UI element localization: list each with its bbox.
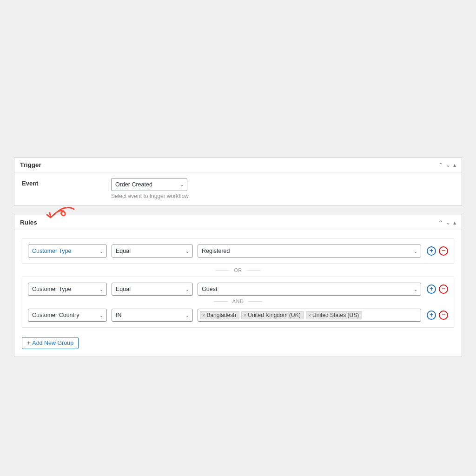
chip-label: Bangladesh: [206, 312, 236, 318]
add-new-group-button[interactable]: + Add New Group: [22, 337, 79, 349]
trigger-panel: Trigger ⌃ ⌄ ▴ Event Order Created ⌄ Sele…: [14, 157, 462, 205]
rule-field-value: Customer Country: [32, 312, 79, 318]
plus-icon: +: [27, 340, 30, 346]
chip-remove-icon[interactable]: ×: [308, 312, 311, 318]
and-label: AND: [232, 298, 244, 304]
rule-value: Registered: [202, 248, 230, 254]
add-new-group-label: Add New Group: [32, 340, 73, 346]
remove-rule-button[interactable]: −: [439, 246, 448, 256]
plus-icon: +: [430, 285, 433, 292]
trigger-panel-header: Trigger ⌃ ⌄ ▴: [14, 158, 462, 172]
minus-icon: −: [442, 311, 445, 318]
rule-field-value: Customer Type: [32, 248, 72, 254]
rule-field-value: Customer Type: [32, 286, 72, 292]
rule-field-select[interactable]: Customer Type ⌄: [28, 245, 107, 258]
add-rule-button[interactable]: +: [427, 284, 436, 294]
rule-group: Customer Type ⌄ Equal ⌄ Registered: [22, 238, 454, 264]
minus-icon: −: [442, 285, 445, 292]
event-select[interactable]: Order Created ⌄: [111, 178, 187, 191]
rules-panel-body: Customer Type ⌄ Equal ⌄ Registered: [14, 230, 462, 357]
triangle-up-icon[interactable]: ▴: [453, 220, 456, 225]
rule-operator-value: Equal: [116, 248, 131, 254]
rule-value-select[interactable]: Guest ⌄: [198, 283, 421, 296]
remove-rule-button[interactable]: −: [439, 284, 448, 294]
trigger-title: Trigger: [20, 161, 41, 168]
add-rule-button[interactable]: +: [427, 311, 436, 320]
rule-operator-value: Equal: [116, 286, 131, 292]
rule-group: Customer Type ⌄ Equal ⌄ Guest ⌄: [22, 277, 454, 328]
panel-controls: ⌃ ⌄ ▴: [438, 162, 456, 168]
event-help-text: Select event to trigger workflow.: [111, 193, 190, 199]
rule-row: Customer Type ⌄ Equal ⌄ Guest ⌄: [28, 283, 448, 296]
rule-field-select[interactable]: Customer Country ⌄: [28, 309, 107, 322]
chevron-up-icon[interactable]: ⌃: [438, 162, 443, 168]
and-separator: AND: [28, 298, 448, 304]
rule-operator-select[interactable]: IN ⌄: [112, 309, 193, 322]
plus-icon: +: [430, 247, 433, 254]
chip-remove-icon[interactable]: ×: [244, 312, 246, 318]
tag-chip[interactable]: ×United Kingdom (UK): [241, 311, 304, 319]
trigger-panel-body: Event Order Created ⌄ Select event to tr…: [14, 172, 462, 205]
chevron-down-icon[interactable]: ⌄: [446, 220, 450, 225]
chip-remove-icon[interactable]: ×: [202, 312, 205, 318]
chevron-up-icon[interactable]: ⌃: [438, 220, 443, 225]
event-label: Event: [22, 178, 111, 187]
event-select-value: Order Created: [115, 181, 152, 188]
chip-label: United Kingdom (UK): [248, 312, 300, 318]
triangle-up-icon[interactable]: ▴: [453, 162, 456, 168]
plus-icon: +: [430, 311, 433, 318]
rule-value: Guest: [202, 286, 217, 292]
or-separator: OR: [22, 267, 454, 273]
rule-row: Customer Country ⌄ IN ⌄ ×Bangladesh: [28, 309, 448, 322]
panel-controls: ⌃ ⌄ ▴: [438, 220, 456, 225]
add-rule-button[interactable]: +: [427, 246, 436, 256]
rule-tag-input[interactable]: ×Bangladesh ×United Kingdom (UK) ×United…: [198, 309, 421, 322]
rule-row: Customer Type ⌄ Equal ⌄ Registered: [28, 245, 448, 258]
or-label: OR: [234, 267, 242, 273]
remove-rule-button[interactable]: −: [439, 311, 448, 320]
rules-panel-header: Rules ⌃ ⌄ ▴: [14, 215, 462, 230]
minus-icon: −: [442, 247, 445, 254]
tag-chip[interactable]: ×Bangladesh: [200, 311, 239, 319]
rule-value-select[interactable]: Registered ⌄: [198, 245, 421, 258]
rule-operator-select[interactable]: Equal ⌄: [112, 245, 193, 258]
chip-label: United States (US): [312, 312, 359, 318]
rule-operator-value: IN: [116, 312, 122, 318]
rules-title: Rules: [20, 219, 37, 226]
rules-panel: Rules ⌃ ⌄ ▴ Customer Type ⌄: [14, 215, 462, 357]
tag-chip[interactable]: ×United States (US): [306, 311, 362, 319]
chevron-down-icon[interactable]: ⌄: [446, 162, 450, 168]
rule-field-select[interactable]: Customer Type ⌄: [28, 283, 107, 296]
rule-operator-select[interactable]: Equal ⌄: [112, 283, 193, 296]
